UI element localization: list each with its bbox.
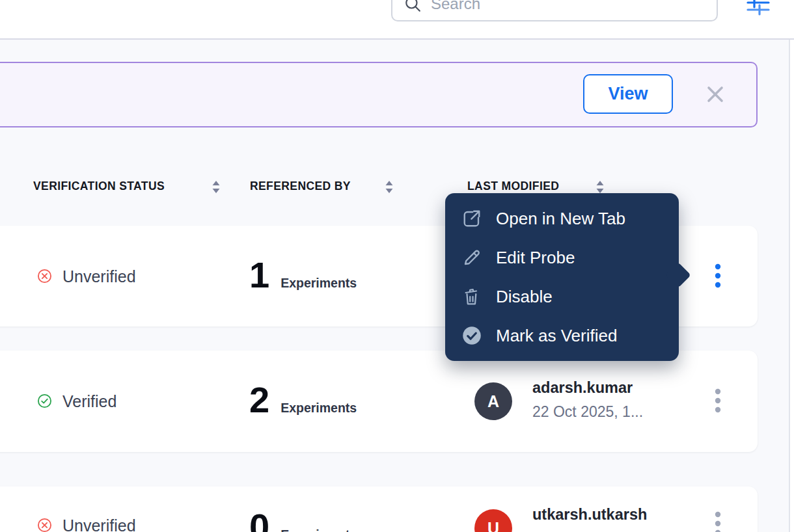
- avatar: A: [474, 382, 512, 420]
- circle-x-icon: [37, 269, 52, 284]
- experiment-count-label: Experiments: [281, 527, 357, 532]
- view-button[interactable]: View: [583, 74, 673, 114]
- modified-date: 22 Oct 2025, 1...: [532, 403, 643, 421]
- scrollbar-track[interactable]: [789, 40, 794, 532]
- avatar: U: [474, 509, 512, 532]
- external-link-icon: [462, 209, 482, 228]
- trash-icon: [462, 287, 482, 306]
- status-badge: Unverified: [62, 268, 136, 285]
- menu-item-disable[interactable]: Disable: [445, 277, 679, 316]
- referenced-by-cell: 0 Experiments: [249, 509, 357, 532]
- column-header-verification-status: VERIFICATION STATUS: [33, 180, 165, 193]
- status-badge: Verified: [62, 393, 116, 410]
- status-badge: Unverified: [62, 517, 136, 532]
- sort-arrows-icon[interactable]: [384, 180, 394, 194]
- experiment-count-label: Experiments: [281, 401, 357, 416]
- referenced-by-cell: 1 Experiments: [249, 257, 357, 293]
- modified-by-user: adarsh.kumar: [532, 379, 633, 397]
- table-row[interactable]: Verified 2 Experiments A adarsh.kumar 22…: [0, 351, 758, 452]
- referenced-by-cell: 2 Experiments: [249, 382, 357, 418]
- experiment-count: 1: [249, 257, 269, 293]
- column-header-referenced-by: REFERENCED BY: [250, 180, 351, 193]
- circle-x-icon: [37, 518, 52, 532]
- menu-item-label: Disable: [496, 287, 553, 307]
- close-icon[interactable]: [707, 86, 724, 103]
- menu-item-open-in-new-tab[interactable]: Open in New Tab: [445, 199, 679, 238]
- kebab-menu-icon[interactable]: [712, 511, 724, 532]
- menu-item-edit-probe[interactable]: Edit Probe: [445, 238, 679, 277]
- kebab-menu-icon[interactable]: [712, 388, 724, 414]
- menu-item-label: Mark as Verified: [496, 326, 617, 346]
- row-context-menu: Open in New Tab Edit Probe Disable Mark …: [445, 193, 679, 361]
- search-input[interactable]: [430, 0, 717, 14]
- search-box[interactable]: [391, 0, 718, 21]
- sort-arrows-icon[interactable]: [211, 180, 221, 194]
- experiment-count: 0: [249, 509, 269, 532]
- top-bar: [0, 0, 794, 40]
- menu-item-label: Edit Probe: [496, 248, 575, 268]
- sort-arrows-icon[interactable]: [595, 180, 605, 194]
- experiment-count-label: Experiments: [281, 276, 357, 291]
- table-row[interactable]: Unverified 0 Experiments U utkarsh.utkar…: [0, 486, 758, 532]
- pencil-icon: [462, 248, 482, 267]
- check-circle-icon: [462, 326, 482, 345]
- search-icon: [404, 0, 421, 12]
- experiment-count: 2: [249, 382, 269, 418]
- kebab-menu-icon[interactable]: [712, 263, 724, 289]
- modified-by-user: utkarsh.utkarsh: [532, 506, 647, 524]
- circle-check-icon: [37, 393, 52, 408]
- menu-item-mark-as-verified[interactable]: Mark as Verified: [445, 316, 679, 355]
- notification-banner: View: [0, 62, 758, 127]
- column-header-last-modified: LAST MODIFIED: [467, 180, 559, 193]
- filter-sliders-icon[interactable]: [746, 0, 771, 20]
- menu-item-label: Open in New Tab: [496, 209, 625, 229]
